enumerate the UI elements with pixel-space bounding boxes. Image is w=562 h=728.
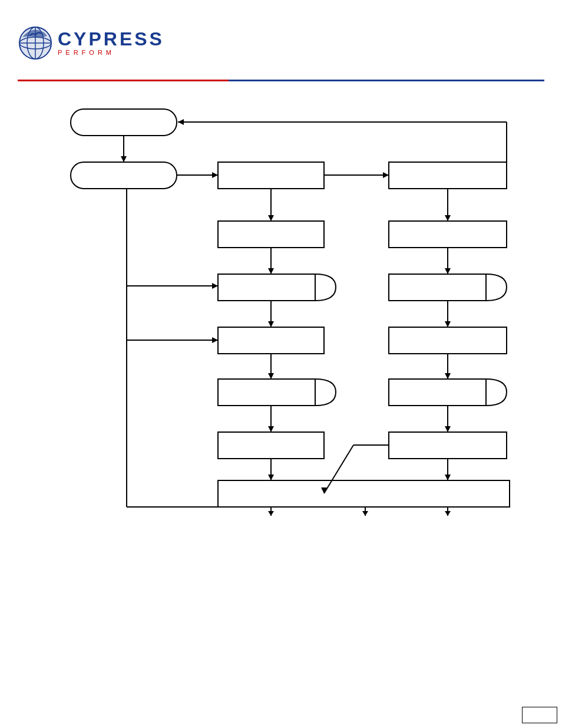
svg-rect-10 xyxy=(218,221,324,248)
svg-marker-47 xyxy=(268,426,274,432)
svg-marker-25 xyxy=(121,156,127,162)
svg-rect-9 xyxy=(389,162,507,189)
svg-marker-35 xyxy=(268,268,274,274)
svg-rect-20 xyxy=(218,480,510,507)
svg-marker-23 xyxy=(178,119,184,125)
logo-area: CYPRESS PERFORM xyxy=(18,25,164,61)
svg-rect-7 xyxy=(71,162,177,189)
svg-marker-27 xyxy=(212,172,218,178)
svg-marker-68 xyxy=(212,337,218,343)
svg-rect-6 xyxy=(71,109,177,136)
logo-icon xyxy=(18,25,53,61)
svg-marker-53 xyxy=(445,475,451,480)
svg-rect-8 xyxy=(218,162,324,189)
svg-marker-45 xyxy=(445,373,451,379)
svg-marker-41 xyxy=(445,321,451,327)
svg-marker-51 xyxy=(268,475,274,480)
svg-marker-33 xyxy=(445,215,451,221)
company-tagline: PERFORM xyxy=(58,50,164,56)
svg-rect-18 xyxy=(218,432,324,459)
flowchart-svg xyxy=(35,91,542,516)
svg-marker-39 xyxy=(268,321,274,327)
svg-rect-19 xyxy=(389,432,507,459)
logo-text: CYPRESS PERFORM xyxy=(58,29,164,56)
svg-marker-60 xyxy=(362,511,368,516)
company-name: CYPRESS xyxy=(58,29,164,48)
svg-marker-37 xyxy=(445,268,451,274)
svg-rect-16 xyxy=(218,379,315,406)
svg-marker-58 xyxy=(268,511,274,516)
svg-rect-13 xyxy=(389,274,486,301)
svg-rect-17 xyxy=(389,379,486,406)
svg-marker-43 xyxy=(268,373,274,379)
svg-marker-62 xyxy=(445,511,451,516)
header: CYPRESS PERFORM xyxy=(0,0,562,85)
svg-marker-66 xyxy=(212,283,218,289)
svg-rect-14 xyxy=(218,327,324,354)
diagram-area xyxy=(35,91,542,516)
svg-marker-31 xyxy=(268,215,274,221)
svg-rect-12 xyxy=(218,274,315,301)
svg-marker-29 xyxy=(383,172,389,178)
header-divider xyxy=(18,80,544,81)
svg-marker-49 xyxy=(445,426,451,432)
page-box xyxy=(522,707,557,723)
svg-rect-15 xyxy=(389,327,507,354)
svg-rect-11 xyxy=(389,221,507,248)
